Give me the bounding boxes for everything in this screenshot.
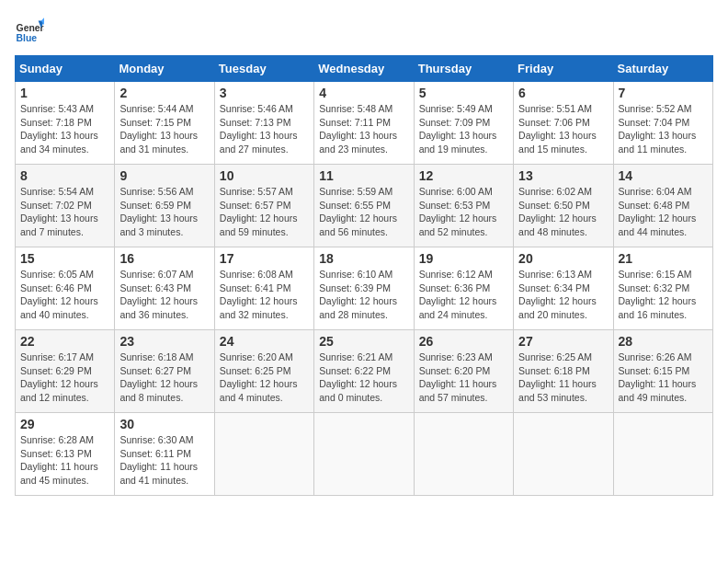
day-number: 6 [518,86,608,100]
day-info: Sunrise: 6:05 AM Sunset: 6:46 PM Dayligh… [20,268,109,322]
day-info: Sunrise: 6:26 AM Sunset: 6:15 PM Dayligh… [619,350,708,405]
calendar-cell: 19Sunrise: 6:12 AM Sunset: 6:36 PM Dayli… [414,247,513,330]
day-info: Sunrise: 6:20 AM Sunset: 6:25 PM Dayligh… [220,350,309,405]
day-info: Sunrise: 6:23 AM Sunset: 6:20 PM Dayligh… [419,350,508,405]
week-row-1: 1Sunrise: 5:43 AM Sunset: 7:18 PM Daylig… [16,82,713,165]
day-info: Sunrise: 6:18 AM Sunset: 6:27 PM Dayligh… [119,350,209,405]
calendar-cell: 13Sunrise: 6:02 AM Sunset: 6:50 PM Dayli… [514,165,613,247]
day-number: 16 [119,251,209,266]
calendar-cell: 8Sunrise: 5:54 AM Sunset: 7:02 PM Daylig… [16,165,115,247]
calendar-cell: 3Sunrise: 5:46 AM Sunset: 7:13 PM Daylig… [214,82,313,165]
calendar-cell: 11Sunrise: 5:59 AM Sunset: 6:55 PM Dayli… [314,165,414,247]
day-number: 24 [220,334,309,349]
day-info: Sunrise: 5:51 AM Sunset: 7:06 PM Dayligh… [518,102,608,156]
day-number: 15 [20,251,109,266]
calendar-cell: 6Sunrise: 5:51 AM Sunset: 7:06 PM Daylig… [514,82,613,165]
day-number: 19 [419,251,508,266]
day-info: Sunrise: 5:46 AM Sunset: 7:13 PM Dayligh… [220,102,309,156]
calendar-cell: 25Sunrise: 6:21 AM Sunset: 6:22 PM Dayli… [314,330,414,413]
day-info: Sunrise: 5:54 AM Sunset: 7:02 PM Dayligh… [20,185,109,239]
calendar-cell: 28Sunrise: 6:26 AM Sunset: 6:15 PM Dayli… [613,330,712,413]
day-number: 23 [119,334,209,349]
day-info: Sunrise: 5:52 AM Sunset: 7:04 PM Dayligh… [619,102,708,156]
week-row-2: 8Sunrise: 5:54 AM Sunset: 7:02 PM Daylig… [16,165,713,247]
week-row-3: 15Sunrise: 6:05 AM Sunset: 6:46 PM Dayli… [16,247,713,330]
calendar-cell [214,413,313,496]
col-header-sunday: Sunday [16,56,115,82]
header-row: SundayMondayTuesdayWednesdayThursdayFrid… [16,56,713,82]
day-info: Sunrise: 6:07 AM Sunset: 6:43 PM Dayligh… [119,268,209,322]
calendar-cell: 21Sunrise: 6:15 AM Sunset: 6:32 PM Dayli… [613,247,712,330]
calendar-cell: 26Sunrise: 6:23 AM Sunset: 6:20 PM Dayli… [414,330,513,413]
day-number: 7 [619,86,708,100]
calendar-cell: 7Sunrise: 5:52 AM Sunset: 7:04 PM Daylig… [613,82,712,165]
day-info: Sunrise: 5:49 AM Sunset: 7:09 PM Dayligh… [419,102,508,156]
calendar-cell: 5Sunrise: 5:49 AM Sunset: 7:09 PM Daylig… [414,82,513,165]
calendar-cell [514,413,613,496]
col-header-thursday: Thursday [414,56,513,82]
page-header: General Blue [15,15,713,44]
day-number: 14 [619,168,708,183]
calendar-cell [314,413,414,496]
logo-icon: General Blue [15,15,44,44]
calendar-cell: 4Sunrise: 5:48 AM Sunset: 7:11 PM Daylig… [314,82,414,165]
day-number: 22 [20,334,109,349]
calendar-cell: 9Sunrise: 5:56 AM Sunset: 6:59 PM Daylig… [115,165,214,247]
day-number: 1 [20,86,109,100]
calendar-cell: 10Sunrise: 5:57 AM Sunset: 6:57 PM Dayli… [214,165,313,247]
calendar-cell: 2Sunrise: 5:44 AM Sunset: 7:15 PM Daylig… [115,82,214,165]
day-info: Sunrise: 5:48 AM Sunset: 7:11 PM Dayligh… [319,102,408,156]
day-number: 30 [119,417,209,431]
calendar-cell: 14Sunrise: 6:04 AM Sunset: 6:48 PM Dayli… [613,165,712,247]
day-info: Sunrise: 6:30 AM Sunset: 6:11 PM Dayligh… [119,433,209,488]
calendar-cell: 22Sunrise: 6:17 AM Sunset: 6:29 PM Dayli… [16,330,115,413]
day-number: 27 [518,334,608,349]
calendar-cell: 24Sunrise: 6:20 AM Sunset: 6:25 PM Dayli… [214,330,313,413]
day-info: Sunrise: 6:04 AM Sunset: 6:48 PM Dayligh… [619,185,708,239]
day-number: 29 [20,417,109,431]
day-number: 10 [220,168,309,183]
day-info: Sunrise: 6:13 AM Sunset: 6:34 PM Dayligh… [518,268,608,322]
calendar-cell: 30Sunrise: 6:30 AM Sunset: 6:11 PM Dayli… [115,413,214,496]
calendar-cell: 17Sunrise: 6:08 AM Sunset: 6:41 PM Dayli… [214,247,313,330]
calendar-cell: 12Sunrise: 6:00 AM Sunset: 6:53 PM Dayli… [414,165,513,247]
day-info: Sunrise: 5:56 AM Sunset: 6:59 PM Dayligh… [119,185,209,239]
day-info: Sunrise: 6:28 AM Sunset: 6:13 PM Dayligh… [20,433,109,488]
day-info: Sunrise: 5:57 AM Sunset: 6:57 PM Dayligh… [220,185,309,239]
day-info: Sunrise: 6:12 AM Sunset: 6:36 PM Dayligh… [419,268,508,322]
day-number: 2 [119,86,209,100]
calendar-cell: 20Sunrise: 6:13 AM Sunset: 6:34 PM Dayli… [514,247,613,330]
calendar-cell: 29Sunrise: 6:28 AM Sunset: 6:13 PM Dayli… [16,413,115,496]
col-header-wednesday: Wednesday [314,56,414,82]
day-number: 20 [518,251,608,266]
day-number: 4 [319,86,408,100]
day-info: Sunrise: 6:00 AM Sunset: 6:53 PM Dayligh… [419,185,508,239]
day-info: Sunrise: 6:15 AM Sunset: 6:32 PM Dayligh… [619,268,708,322]
col-header-friday: Friday [514,56,613,82]
calendar-cell [613,413,712,496]
day-info: Sunrise: 6:17 AM Sunset: 6:29 PM Dayligh… [20,350,109,405]
day-info: Sunrise: 6:25 AM Sunset: 6:18 PM Dayligh… [518,350,608,405]
day-number: 12 [419,168,508,183]
calendar-cell: 23Sunrise: 6:18 AM Sunset: 6:27 PM Dayli… [115,330,214,413]
day-info: Sunrise: 5:59 AM Sunset: 6:55 PM Dayligh… [319,185,408,239]
calendar-cell [414,413,513,496]
day-number: 3 [220,86,309,100]
logo: General Blue [15,15,44,44]
calendar-cell: 1Sunrise: 5:43 AM Sunset: 7:18 PM Daylig… [16,82,115,165]
week-row-5: 29Sunrise: 6:28 AM Sunset: 6:13 PM Dayli… [16,413,713,496]
calendar-table: SundayMondayTuesdayWednesdayThursdayFrid… [15,55,713,496]
day-info: Sunrise: 6:21 AM Sunset: 6:22 PM Dayligh… [319,350,408,405]
col-header-monday: Monday [115,56,214,82]
day-number: 11 [319,168,408,183]
day-info: Sunrise: 6:08 AM Sunset: 6:41 PM Dayligh… [220,268,309,322]
day-number: 28 [619,334,708,349]
day-number: 9 [119,168,209,183]
svg-text:Blue: Blue [17,33,38,43]
calendar-cell: 16Sunrise: 6:07 AM Sunset: 6:43 PM Dayli… [115,247,214,330]
day-info: Sunrise: 5:44 AM Sunset: 7:15 PM Dayligh… [119,102,209,156]
day-info: Sunrise: 6:10 AM Sunset: 6:39 PM Dayligh… [319,268,408,322]
day-number: 8 [20,168,109,183]
day-number: 5 [419,86,508,100]
col-header-saturday: Saturday [613,56,712,82]
